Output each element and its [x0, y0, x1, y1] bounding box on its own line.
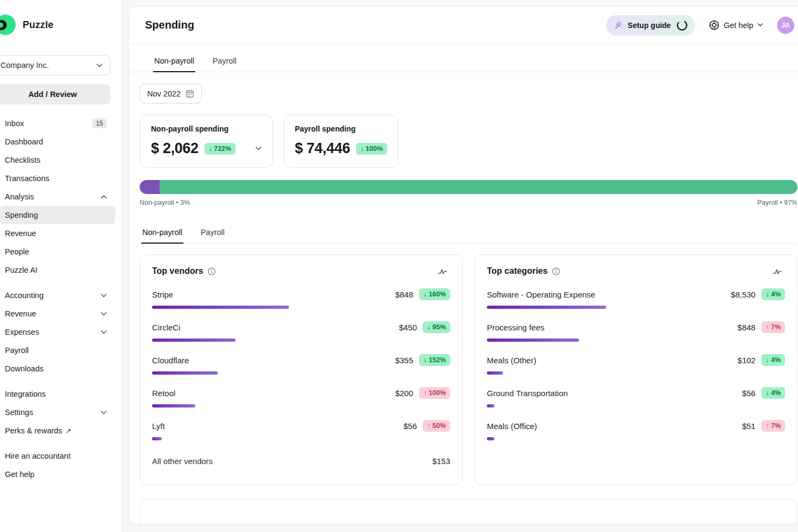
- sidebar-item-get-help[interactable]: Get help: [0, 465, 115, 483]
- date-filter-button[interactable]: Nov 2022: [140, 84, 202, 103]
- setup-guide-button[interactable]: Setup guide: [606, 15, 695, 36]
- sidebar: Puzzle Company Inc. Add / Review Inbox15…: [0, 0, 123, 532]
- vendor-value: $355: [395, 356, 413, 365]
- vendor-value: $848: [395, 290, 413, 299]
- delta-badge: ↓ 95%: [423, 321, 450, 333]
- info-icon[interactable]: [552, 267, 560, 275]
- sidebar-item-label: Expenses: [5, 328, 39, 336]
- trend-icon[interactable]: [438, 268, 447, 275]
- brand: Puzzle: [0, 14, 122, 36]
- sidebar-item-puzzle-ai[interactable]: Puzzle AI: [0, 261, 115, 279]
- vendor-row-stripe: Stripe$848↓ 160%: [152, 288, 450, 309]
- delta-badge: ↓ 160%: [419, 288, 450, 300]
- get-help-menu[interactable]: Get help: [709, 20, 763, 30]
- next-section-card: [140, 499, 797, 524]
- payroll-segment: [160, 180, 797, 194]
- tab-payroll[interactable]: Payroll: [211, 51, 237, 72]
- tab-non-payroll[interactable]: Non-payroll: [141, 223, 183, 244]
- setup-guide-label: Setup guide: [628, 21, 671, 30]
- tab-payroll[interactable]: Payroll: [200, 223, 225, 244]
- sidebar-item-spending[interactable]: Spending: [0, 206, 115, 224]
- vendor-bar: [152, 404, 195, 407]
- sidebar-item-label: Perks & rewards↗: [5, 426, 71, 435]
- sidebar-item-people[interactable]: People: [0, 243, 115, 261]
- sidebar-item-checklists[interactable]: Checklists: [0, 151, 115, 169]
- info-icon[interactable]: [208, 267, 216, 275]
- sidebar-item-transactions[interactable]: Transactions: [0, 169, 115, 188]
- sidebar-item-accounting[interactable]: Accounting: [0, 286, 115, 305]
- sidebar-item-analysis[interactable]: Analysis: [0, 188, 115, 206]
- nav-gap: [0, 279, 122, 286]
- company-selector[interactable]: Company Inc.: [0, 55, 111, 75]
- top-vendors-title-text: Top vendors: [152, 266, 203, 276]
- sidebar-item-dashboard[interactable]: Dashboard: [0, 133, 115, 151]
- panel-header: Spending Setup guide: [129, 7, 798, 44]
- sidebar-item-perks-rewards[interactable]: Perks & rewards↗: [0, 422, 115, 440]
- sidebar-item-revenue[interactable]: Revenue: [0, 224, 115, 243]
- sidebar-item-hire-an-accountant[interactable]: Hire an accountant: [0, 447, 115, 465]
- lifebuoy-icon: [709, 20, 719, 30]
- category-name: Ground Transportation: [487, 389, 568, 398]
- category-value: $8,530: [731, 290, 755, 299]
- sidebar-item-inbox[interactable]: Inbox15: [0, 114, 115, 133]
- delta-badge: ↑ 100%: [419, 387, 450, 399]
- sidebar-item-expenses[interactable]: Expenses: [0, 323, 115, 341]
- delta-badge: ↓ 4%: [761, 288, 785, 300]
- tab-non-payroll[interactable]: Non-payroll: [153, 51, 195, 72]
- category-value: $56: [742, 389, 755, 398]
- sidebar-item-label: Transactions: [5, 174, 49, 183]
- sidebar-item-label: Spending: [5, 211, 38, 219]
- sidebar-item-label: Get help: [5, 470, 35, 479]
- breakdown-cards: Top vendors Stripe$848↓ 160%CircleCi$450…: [140, 254, 797, 485]
- summary-card-non-payroll-spending: Non-payroll spending$ 2,062↓ 722%: [140, 115, 273, 168]
- setup-progress-ring: [676, 19, 689, 32]
- sidebar-item-downloads[interactable]: Downloads: [0, 360, 115, 378]
- delta-badge: ↓ 4%: [761, 354, 785, 366]
- trend-icon[interactable]: [773, 268, 782, 275]
- vendor-name: Lyft: [152, 422, 165, 431]
- sidebar-item-label: Downloads: [5, 364, 44, 373]
- category-name: Meals (Other): [487, 356, 536, 365]
- top-vendors-rows: Stripe$848↓ 160%CircleCi$450↓ 95%Cloudfl…: [152, 288, 450, 440]
- sidebar-item-settings[interactable]: Settings: [0, 403, 115, 422]
- sidebar-item-label: Analysis: [5, 192, 34, 201]
- vendor-row-lyft: Lyft$56↑ 50%: [152, 420, 450, 440]
- chevron-up-icon: [101, 195, 107, 199]
- all-other-vendors-row: All other vendors $153: [152, 457, 450, 466]
- avatar[interactable]: JA: [777, 17, 794, 34]
- vendor-row-retool: Retool$200↑ 100%: [152, 387, 450, 407]
- vendor-name: Retool: [152, 389, 175, 398]
- primary-tabs: Non-payrollPayroll: [129, 51, 798, 72]
- expand-chevron-icon[interactable]: [256, 147, 262, 150]
- delta-badge: ↑ 50%: [423, 420, 450, 432]
- sidebar-item-label: Accounting: [5, 291, 44, 300]
- sidebar-item-revenue[interactable]: Revenue: [0, 305, 115, 323]
- delta-badge: ↓ 4%: [761, 387, 785, 399]
- sidebar-item-payroll[interactable]: Payroll: [0, 341, 115, 360]
- summary-card-payroll-spending: Payroll spending$ 74,446↓ 100%: [284, 115, 398, 168]
- sidebar-item-label: Puzzle AI: [5, 266, 37, 274]
- category-bar: [487, 437, 494, 440]
- category-name: Meals (Office): [487, 422, 537, 431]
- nav-gap: [0, 378, 122, 385]
- add-review-button[interactable]: Add / Review: [0, 84, 111, 105]
- vendor-bar: [152, 338, 236, 342]
- chevron-down-icon: [101, 330, 107, 334]
- date-filter-label: Nov 2022: [147, 89, 181, 98]
- top-categories-title-text: Top categories: [487, 266, 548, 276]
- chevron-down-icon: [101, 294, 107, 298]
- brand-name: Puzzle: [23, 19, 53, 31]
- non-payroll-split-label: Non-payroll • 3%: [140, 199, 190, 206]
- category-row-ground-transportation: Ground Transportation$56↓ 4%: [487, 387, 785, 407]
- sidebar-item-label: Revenue: [5, 229, 36, 238]
- category-name: Processing fees: [487, 323, 545, 332]
- vendor-value: $450: [399, 323, 417, 332]
- get-help-label: Get help: [724, 21, 753, 30]
- sidebar-item-integrations[interactable]: Integrations: [0, 385, 115, 403]
- vendor-name: Stripe: [152, 290, 173, 299]
- header-actions: Setup guide Get help JA: [606, 15, 794, 36]
- puzzle-logo-icon: [0, 14, 16, 36]
- summary-card-value: $ 74,446: [295, 140, 350, 157]
- sidebar-item-label: Payroll: [5, 346, 29, 355]
- non-payroll-segment: [140, 180, 160, 194]
